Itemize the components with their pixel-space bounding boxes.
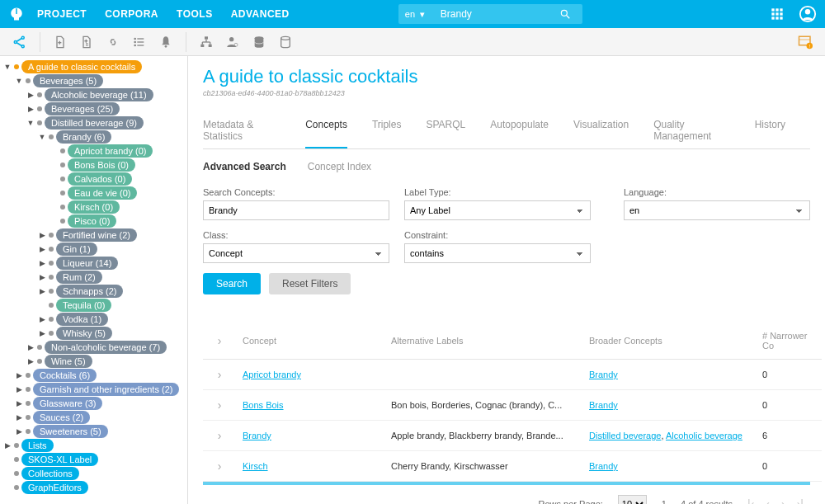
tree-node[interactable]: ▶Glassware (3) [3,396,184,410]
tab-quality-management[interactable]: Quality Management [653,112,730,148]
language-select[interactable]: en [624,200,810,220]
expand-icon[interactable]: ▶ [15,399,23,407]
rows-per-page-select[interactable]: 10 [618,495,647,504]
tab-triples[interactable]: Triples [372,112,402,148]
tree-node-label[interactable]: Schnapps (2) [56,285,123,298]
tree-node[interactable]: ▶Beverages (25) [3,101,184,115]
subtab-concept-index[interactable]: Concept Index [308,156,371,177]
concept-link[interactable]: Brandy [243,431,271,440]
tree-node[interactable]: ▼Brandy (6) [3,130,184,144]
concept-link[interactable]: Apricot brandy [243,370,301,379]
reset-filters-button[interactable]: Reset Filters [269,273,351,294]
tree-node-label[interactable]: Collections [21,467,79,480]
col-broader[interactable]: Broader Concepts [582,323,756,360]
expand-icon[interactable]: ▶ [38,287,46,295]
search-concepts-input[interactable] [203,200,389,220]
tree-node-label[interactable]: Beverages (5) [33,74,103,87]
tree-node-label[interactable]: Kirsch (0) [68,200,120,214]
last-page-icon[interactable]: ›| [797,497,804,504]
tree-node[interactable]: Bons Bois (0) [3,158,184,172]
tree-node-label[interactable]: Distilled beverage (9) [45,116,144,130]
apps-grid-icon[interactable] [771,7,784,21]
broader-link[interactable]: Brandy [589,461,618,471]
tree-node-label[interactable]: Vodka (1) [56,313,108,326]
broader-link[interactable]: Brandy [589,370,618,379]
new-doc-b-icon[interactable]: B [75,31,98,54]
tree-node[interactable]: ▶Vodka (1) [3,312,184,326]
tree-node[interactable]: ▶Sweeteners (5) [3,424,184,438]
concept-link[interactable]: Bons Bois [243,400,284,410]
tree-node-label[interactable]: Eau de vie (0) [68,186,137,200]
tree-node-label[interactable]: Garnish and other ingredients (2) [33,383,179,396]
tree-node-label[interactable]: Calvados (0) [68,172,132,186]
tree-node[interactable]: ▶Schnapps (2) [3,284,184,298]
tree-node[interactable]: ▶Cocktails (6) [3,368,184,382]
link-icon[interactable] [101,31,125,54]
expand-icon[interactable]: ▶ [15,371,23,379]
nav-tools[interactable]: TOOLS [177,8,213,20]
tree-node-label[interactable]: Sweeteners (5) [33,425,108,438]
next-page-icon[interactable]: › [781,497,785,504]
first-page-icon[interactable]: |‹ [747,497,754,504]
database-icon[interactable] [248,31,271,54]
expand-row-icon[interactable]: › [218,429,222,442]
list-icon[interactable] [128,31,151,54]
expand-row-icon[interactable]: › [218,459,222,473]
tree-node-label[interactable]: Wine (5) [45,355,92,368]
app-logo-icon[interactable] [8,6,25,22]
collapse-icon[interactable]: ▼ [3,63,12,71]
tree-node[interactable]: Calvados (0) [3,172,184,186]
tree-node[interactable]: Eau de vie (0) [3,186,184,200]
tree-node-label[interactable]: Pisco (0) [68,214,116,228]
tree-node[interactable]: Apricot brandy (0) [3,144,184,158]
tab-sparql[interactable]: SPARQL [426,112,465,148]
expand-icon[interactable]: ▶ [15,427,23,436]
label-type-select[interactable]: Any Label [404,200,591,220]
expand-icon[interactable]: ▶ [15,385,23,393]
search-lang-select[interactable]: en ▾ [398,9,436,20]
tab-visualization[interactable]: Visualization [573,112,629,148]
nav-project[interactable]: PROJECT [37,8,87,20]
tree-node-label[interactable]: A guide to classic cocktails [21,60,142,73]
tree-node-label[interactable]: Bons Bois (0) [68,158,135,172]
tree-node[interactable]: ▶Garnish and other ingredients (2) [3,382,184,396]
tab-autopopulate[interactable]: Autopopulate [490,112,549,148]
tree-node-label[interactable]: Lists [21,439,54,452]
broader-link[interactable]: Brandy [589,400,618,410]
tree-node-label[interactable]: Whisky (5) [56,327,112,340]
expand-row-icon[interactable]: › [218,398,222,412]
col-alt-labels[interactable]: Alternative Labels [384,323,582,360]
sitemap-icon[interactable] [195,31,218,54]
tree-node[interactable]: ▼A guide to classic cocktails [3,59,184,73]
global-search-input[interactable] [436,8,559,20]
tree-node[interactable]: ▶Fortified wine (2) [3,228,184,242]
tree-node-label[interactable]: Alcoholic beverage (11) [45,88,153,101]
user-cog-icon[interactable] [221,31,244,54]
expand-icon[interactable]: ▶ [38,259,46,267]
tree-node[interactable]: GraphEditors [3,480,184,494]
expand-icon[interactable]: ▶ [38,329,46,337]
collapse-icon[interactable]: ▼ [15,77,23,85]
subtab-advanced-search[interactable]: Advanced Search [203,156,286,177]
tree-node[interactable]: Collections [3,466,184,480]
constraint-select[interactable]: contains [404,243,591,263]
new-doc-icon[interactable] [49,31,72,54]
expand-icon[interactable]: ▶ [38,245,46,253]
global-search-button[interactable] [559,8,582,20]
tree-node[interactable]: ▶Lists [3,438,184,452]
tree-node-label[interactable]: Non-alcoholic beverage (7) [45,341,167,354]
bell-icon[interactable] [154,31,177,54]
expand-icon[interactable]: ▶ [26,343,35,351]
tree-node[interactable]: ▶Whisky (5) [3,326,184,340]
tree-node[interactable]: ▶Liqueur (14) [3,256,184,270]
share-icon[interactable] [8,31,31,54]
tree-node[interactable]: ▼Beverages (5) [3,73,184,87]
chevron-right-icon[interactable]: › [218,334,222,347]
tree-node-label[interactable]: Rum (2) [56,271,102,284]
collapse-icon[interactable]: ▼ [26,119,35,127]
tree-node[interactable]: SKOS-XL Label [3,452,184,466]
tree-node-label[interactable]: GraphEditors [21,481,88,494]
tree-node[interactable]: ▶Gin (1) [3,242,184,256]
tab-concepts[interactable]: Concepts [305,112,347,148]
expand-icon[interactable]: ▶ [38,315,46,323]
